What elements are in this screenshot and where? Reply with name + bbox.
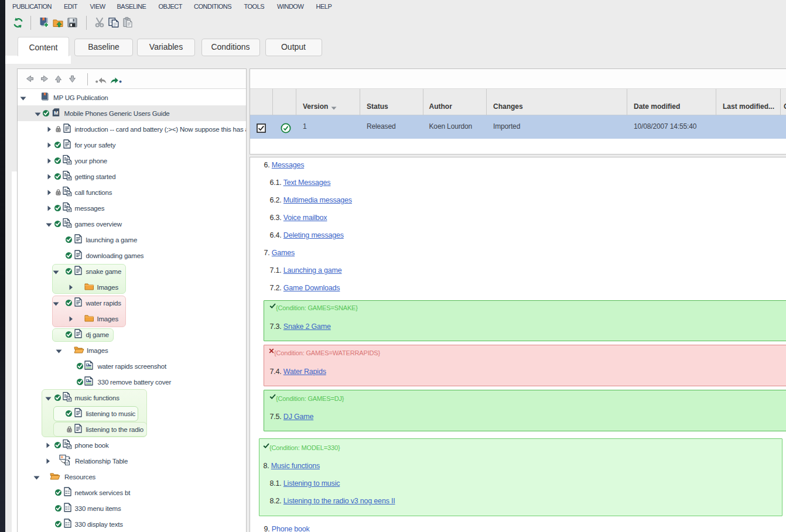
svg-text:M: M (53, 110, 58, 116)
